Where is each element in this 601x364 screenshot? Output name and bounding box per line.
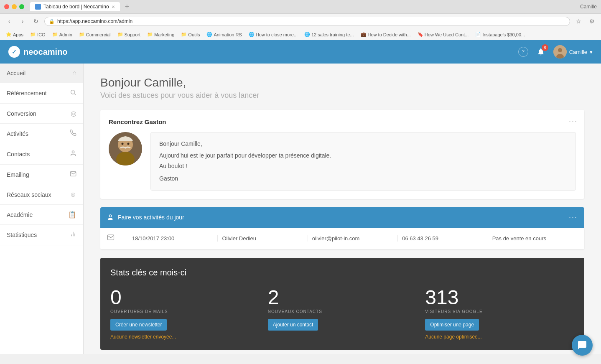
gaston-msg-sign: Gaston [159,174,567,183]
sidebar-item-activites[interactable]: Activités [0,124,83,144]
user-avatar-image [553,45,567,59]
app-header: ✓ neocamino ? 8 C [0,40,601,64]
maximize-window-button[interactable] [19,4,24,9]
refresh-button[interactable]: ↻ [31,16,41,26]
bookmark-decide[interactable]: 💼 How to Decide with... [359,31,413,38]
stats-icon [70,231,76,239]
sidebar-label-reseaux: Réseaux sociaux [7,191,51,198]
avatar-svg [553,45,567,59]
address-bar[interactable]: 🔒 https://app.neocamino.com/admin [44,17,570,26]
user-menu[interactable]: Camille ▾ [553,45,593,59]
activity-status: Pas de vente en cours [488,235,578,242]
notification-button[interactable]: 8 [535,46,547,58]
sidebar-item-reseaux[interactable]: Réseaux sociaux ☺ [0,185,83,205]
newsletter-link[interactable]: Aucune newsletter envoyée... [110,334,260,340]
stat-item-visitors: 313 VISITEURS VIA GOOGLE Optimiser une p… [425,288,574,340]
sidebar-item-referencement[interactable]: Référencement [0,83,83,104]
tab-title: Tableau de bord | Neocamino [43,4,109,10]
activities-card: Faire vos activités du jour ··· 18/10/20… [100,207,584,249]
optimize-link[interactable]: Aucune page optimisée... [425,334,574,340]
gaston-avatar-svg [109,132,142,165]
bookmark-marketing[interactable]: 📁 Marketing [145,31,176,38]
bookmark-animation[interactable]: 🌐 Animation RS [205,31,243,38]
bookmark-admin[interactable]: 📁 Admin [51,31,74,38]
extensions-icon[interactable]: ⚙ [587,16,597,26]
browser-tab[interactable]: Tableau de bord | Neocamino ✕ [30,2,120,11]
contact-icon [70,150,76,158]
bookmark-commercial[interactable]: 📁 Commercial [77,31,112,38]
search-icon [70,89,76,97]
stats-title: Stats clés ce mois-ci [110,268,574,277]
gaston-content: Bonjour Camille, Aujourd'hui est le jour… [109,132,576,191]
activity-date: 18/10/2017 23:00 [128,235,218,242]
bookmark-howtoclose[interactable]: 🌐 How to close more... [247,31,299,38]
chat-icon [577,340,587,350]
activity-phone: 06 63 43 26 59 [398,235,488,242]
gaston-card: Rencontrez Gaston ··· [100,110,584,199]
bookmark-support[interactable]: 📁 Support [116,31,143,38]
close-tab-button[interactable]: ✕ [112,5,115,9]
sidebar-label-statistiques: Statistiques [7,232,37,238]
phone-icon [70,130,76,138]
chat-button[interactable] [572,335,593,354]
academie-icon: 📋 [68,211,76,219]
back-button[interactable]: ‹ [4,16,14,26]
bookmark-sales[interactable]: 🌐 12 sales training te... [303,31,356,38]
activities-title: Faire vos activités du jour [107,214,184,221]
social-icon: ☺ [70,191,76,199]
help-button[interactable]: ? [518,47,528,57]
sidebar-item-conversion[interactable]: Conversion ◎ [0,104,83,124]
close-window-button[interactable] [4,4,9,9]
gaston-message-box: Bonjour Camille, Aujourd'hui est le jour… [150,132,576,191]
bookmark-star[interactable]: ☆ [573,16,583,26]
stat-number-emails: 0 [110,288,260,308]
app-logo[interactable]: ✓ neocamino [8,46,68,58]
person-icon [107,214,114,221]
bookmark-apps[interactable]: ⭐ Apps [4,31,25,38]
stat-number-visitors: 313 [425,288,574,308]
conversion-icon: ◎ [71,109,76,117]
minimize-window-button[interactable] [12,4,17,9]
sidebar-item-academie[interactable]: Académie 📋 [0,205,83,225]
svg-point-12 [122,143,124,145]
window-user-label: Camille [132,4,597,10]
add-contact-button[interactable]: Ajouter un contact [268,319,318,331]
gaston-card-title: Rencontrez Gaston [109,118,576,125]
optimize-page-button[interactable]: Optimiser une page [425,319,479,331]
sidebar-label-conversion: Conversion [7,110,36,117]
bookmark-howweused[interactable]: 🔖 How We Used Cont... [416,31,471,38]
stat-number-contacts: 2 [268,288,417,308]
greeting-title: Bonjour Camille, [100,76,584,89]
header-actions: ? 8 Camille ▾ [518,45,593,59]
new-tab-button[interactable]: + [125,3,130,11]
forward-button[interactable]: › [18,16,28,26]
stat-label-contacts: NOUVEAUX CONTACTS [268,309,417,314]
bookmark-instapage[interactable]: 📄 Instapage's $30,00... [474,31,527,38]
sidebar-item-statistiques[interactable]: Statistiques [0,225,83,245]
stat-item-emails: 0 OUVERTURES DE MAILS Créer une newslett… [110,288,260,340]
stat-item-contacts: 2 NOUVEAUX CONTACTS Ajouter un contact [268,288,417,340]
activity-name: Olivier Dedieu [218,235,308,242]
logo-text: neocamino [23,47,68,57]
svg-line-4 [74,94,76,95]
user-name-label: Camille [569,49,587,55]
sidebar-item-emailing[interactable]: Emailing [0,165,83,185]
logo-checkmark-icon: ✓ [8,46,20,58]
sidebar-label-accueil: Accueil [7,70,25,76]
bookmark-ico[interactable]: 📁 ICO [28,31,47,38]
svg-point-13 [127,143,130,145]
tab-favicon [35,4,41,10]
bookmark-outils[interactable]: 📁 Outils [179,31,201,38]
sidebar-item-accueil[interactable]: Accueil ⌂ [0,64,83,83]
activity-row: 18/10/2017 23:00 Olivier Dedieu olivier@… [100,228,584,249]
activity-email: olivier@pilot-in.com [308,235,398,242]
email-icon [70,171,76,179]
activities-more-button[interactable]: ··· [569,213,578,222]
sidebar-label-academie: Académie [7,211,33,218]
stats-grid: 0 OUVERTURES DE MAILS Créer une newslett… [110,288,574,340]
sidebar-label-referencement: Référencement [7,90,47,97]
gaston-more-button[interactable]: ··· [569,117,578,125]
ssl-icon: 🔒 [49,19,55,24]
create-newsletter-button[interactable]: Créer une newsletter [110,319,167,331]
sidebar-item-contacts[interactable]: Contacts [0,144,83,165]
